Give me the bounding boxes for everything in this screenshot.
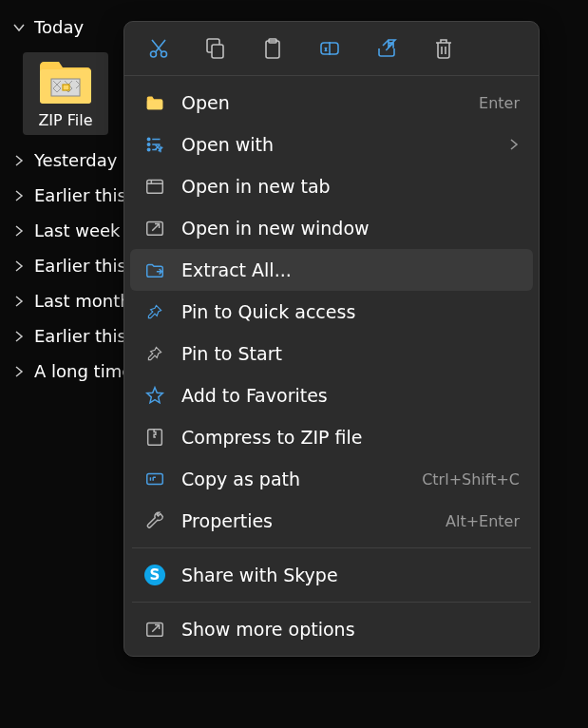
shortcut-text: Enter [479, 94, 520, 112]
menu-show-more[interactable]: Show more options [130, 608, 533, 650]
menu-label: Open in new window [181, 218, 520, 239]
chevron-right-icon [508, 138, 520, 151]
svg-rect-9 [147, 100, 163, 109]
star-icon [143, 384, 166, 407]
menu-label: Share with Skype [181, 565, 520, 585]
delete-icon[interactable] [430, 35, 457, 62]
new-window-icon [143, 217, 166, 239]
menu-label: Open in new tab [181, 176, 520, 197]
show-more-icon [143, 618, 166, 641]
folder-open-icon [143, 91, 166, 114]
open-with-icon [143, 133, 166, 156]
copy-path-icon [143, 468, 166, 490]
menu-label: Properties [181, 510, 430, 531]
svg-rect-5 [212, 45, 223, 58]
new-tab-icon [143, 175, 166, 198]
svg-rect-13 [147, 181, 163, 194]
chevron-right-icon [13, 296, 25, 307]
menu-label: Copy as path [181, 469, 407, 489]
svg-point-12 [147, 148, 150, 151]
zip-icon [143, 426, 166, 449]
menu-compress-zip[interactable]: Compress to ZIP file [130, 416, 533, 458]
context-menu: Open Enter Open with Open in new tab Ope… [123, 21, 540, 657]
shortcut-text: Alt+Enter [446, 512, 520, 530]
separator [132, 547, 531, 548]
menu-properties[interactable]: Properties Alt+Enter [130, 500, 533, 542]
menu-open[interactable]: Open Enter [130, 82, 533, 124]
chevron-right-icon [13, 190, 25, 201]
menu-label: Open with [181, 134, 493, 155]
chevron-right-icon [13, 225, 25, 237]
extract-icon [143, 259, 166, 281]
cut-icon[interactable] [145, 35, 172, 62]
date-group-label: Last week [34, 220, 121, 240]
menu-copy-path[interactable]: Copy as path Ctrl+Shift+C [130, 458, 533, 500]
file-label: ZIP File [38, 111, 92, 129]
copy-icon[interactable] [202, 35, 229, 62]
menu-add-favorites[interactable]: Add to Favorites [130, 374, 533, 416]
svg-point-11 [147, 144, 150, 146]
menu-label: Compress to ZIP file [181, 427, 520, 448]
file-item-zip[interactable]: ZIP File [23, 52, 108, 135]
share-icon[interactable] [373, 35, 400, 62]
svg-point-10 [147, 138, 150, 141]
menu-label: Add to Favorites [181, 385, 520, 406]
pin-icon [143, 300, 166, 323]
wrench-icon [143, 509, 166, 532]
pin-start-icon [143, 342, 166, 365]
date-group-label: Today [34, 17, 84, 37]
menu-open-new-window[interactable]: Open in new window [130, 207, 533, 249]
chevron-right-icon [13, 155, 25, 166]
zip-folder-icon [38, 58, 93, 104]
chevron-right-icon [13, 331, 25, 342]
svg-rect-16 [147, 474, 163, 485]
menu-share-skype[interactable]: S Share with Skype [130, 554, 533, 596]
rename-icon[interactable] [316, 35, 343, 62]
menu-label: Open [181, 92, 464, 113]
menu-open-new-tab[interactable]: Open in new tab [130, 165, 533, 207]
menu-pin-start[interactable]: Pin to Start [130, 333, 533, 374]
skype-icon: S [143, 564, 166, 586]
shortcut-text: Ctrl+Shift+C [422, 470, 520, 489]
svg-rect-2 [63, 85, 69, 90]
menu-label: Pin to Start [181, 343, 520, 364]
menu-label: Pin to Quick access [181, 301, 520, 322]
menu-open-with[interactable]: Open with [130, 124, 533, 165]
separator [132, 602, 531, 603]
chevron-right-icon [13, 260, 25, 272]
menu-extract-all[interactable]: Extract All... [130, 249, 533, 291]
menu-label: Show more options [181, 619, 520, 640]
menu-pin-quick-access[interactable]: Pin to Quick access [130, 291, 533, 333]
menu-label: Extract All... [181, 259, 520, 280]
chevron-down-icon [13, 22, 25, 33]
date-group-label: Last month [34, 291, 131, 311]
chevron-right-icon [13, 366, 25, 377]
date-group-label: Yesterday [34, 150, 117, 170]
paste-icon[interactable] [259, 35, 286, 62]
